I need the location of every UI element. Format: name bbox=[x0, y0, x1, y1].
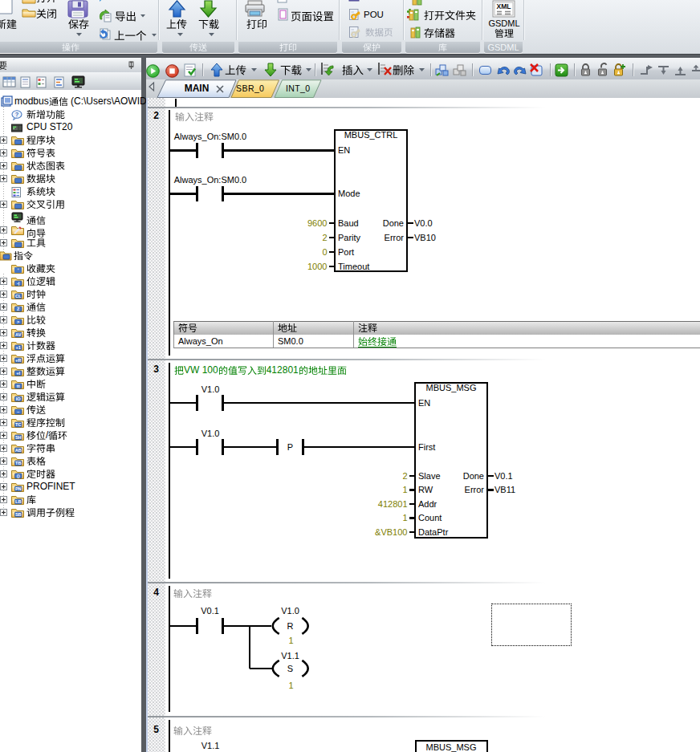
svg-text:~: ~ bbox=[17, 409, 19, 413]
svg-text:AV: AV bbox=[15, 331, 22, 336]
svg-text:+I: +I bbox=[16, 370, 20, 375]
svg-text:CL: CL bbox=[15, 293, 22, 298]
svg-text:?: ? bbox=[15, 111, 19, 118]
svg-text:*: * bbox=[17, 266, 19, 272]
svg-text:TC: TC bbox=[15, 421, 21, 426]
svg-text:>: > bbox=[17, 319, 19, 323]
svg-text:TB: TB bbox=[15, 460, 21, 465]
svg-text:AB: AB bbox=[15, 447, 22, 452]
svg-text:PN: PN bbox=[15, 486, 22, 490]
svg-text:SB: SB bbox=[15, 511, 22, 516]
svg-text:SH: SH bbox=[15, 434, 22, 439]
svg-text:IO: IO bbox=[16, 396, 22, 400]
svg-text:(): () bbox=[17, 473, 20, 478]
svg-text:tt: tt bbox=[17, 383, 20, 388]
svg-text:LB: LB bbox=[15, 498, 21, 503]
svg-text:+R: +R bbox=[15, 357, 21, 362]
svg-text:-|: -| bbox=[17, 280, 20, 285]
svg-text:XML: XML bbox=[497, 2, 511, 10]
svg-text:+1: +1 bbox=[16, 344, 21, 349]
